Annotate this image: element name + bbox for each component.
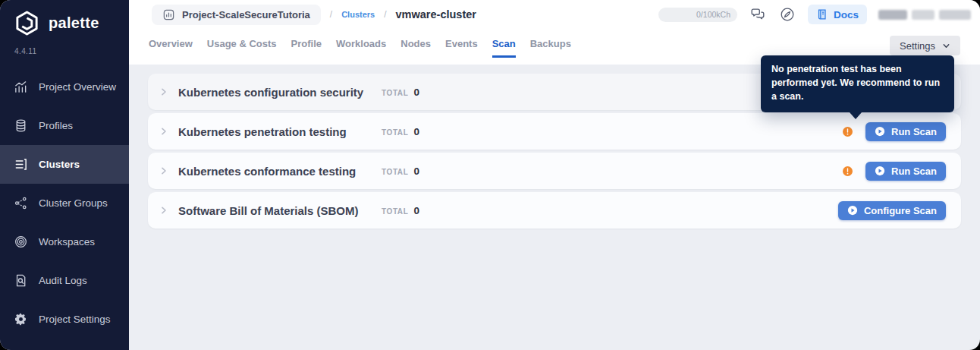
- settings-dropdown-button[interactable]: Settings: [890, 36, 960, 55]
- warning-icon: [843, 127, 853, 137]
- sidebar: palette 4.4.11 Project OverviewProfilesC…: [0, 0, 129, 350]
- version-label: 4.4.11: [14, 47, 36, 55]
- cluster-list-icon: [14, 157, 28, 172]
- network-icon: [14, 196, 28, 210]
- scan-row-title: Kubernetes penetration testing: [178, 125, 382, 138]
- scan-row[interactable]: Kubernetes penetration testingTOTAL0Run …: [148, 113, 961, 150]
- scan-row-title: Kubernetes configuration security: [178, 86, 382, 99]
- sidebar-item-audit-logs[interactable]: Audit Logs: [0, 261, 129, 300]
- layers-icon: [14, 118, 28, 133]
- breadcrumb-separator: /: [384, 9, 386, 20]
- chevron-right-icon[interactable]: [159, 127, 168, 136]
- total-label: TOTAL: [382, 89, 408, 97]
- total-label: TOTAL: [382, 207, 408, 216]
- breadcrumb-clusters-link[interactable]: Clusters: [341, 10, 375, 19]
- redacted-block: [878, 10, 907, 20]
- project-chart-icon: [162, 8, 175, 21]
- scan-row-actions: Run Scan: [843, 122, 946, 141]
- chevron-right-icon[interactable]: [159, 206, 168, 215]
- scan-button-label: Configure Scan: [864, 205, 937, 216]
- total-label: TOTAL: [382, 168, 408, 176]
- docs-button-label: Docs: [834, 9, 859, 20]
- sidebar-item-label: Project Overview: [39, 81, 116, 93]
- scan-row[interactable]: Software Bill of Materials (SBOM)TOTAL0C…: [148, 192, 961, 229]
- total-value: 0: [413, 87, 419, 98]
- usage-meter-label: 0/100kCh: [696, 10, 730, 19]
- sidebar-item-cluster-groups[interactable]: Cluster Groups: [0, 184, 129, 222]
- run-scan-button[interactable]: Run Scan: [865, 162, 946, 181]
- play-icon: [875, 166, 885, 176]
- palette-logo-text: palette: [49, 14, 99, 32]
- chart-bars-icon: [14, 80, 28, 94]
- breadcrumb-current-cluster: vmware-cluster: [396, 8, 476, 20]
- docs-button[interactable]: Docs: [808, 5, 867, 24]
- redacted-block: [912, 10, 934, 20]
- cluster-tabs: OverviewUsage & CostsProfileWorkloadsNod…: [149, 38, 571, 58]
- sidebar-item-label: Cluster Groups: [39, 197, 108, 209]
- sidebar-item-label: Clusters: [39, 159, 80, 170]
- scan-row-title: Kubernetes conformance testing: [178, 165, 382, 178]
- configure-scan-button[interactable]: Configure Scan: [838, 201, 946, 220]
- scan-button-label: Run Scan: [891, 166, 937, 177]
- tab-usage-costs[interactable]: Usage & Costs: [207, 38, 277, 58]
- total-value: 0: [413, 166, 419, 177]
- tab-scan[interactable]: Scan: [492, 38, 516, 58]
- tab-profile[interactable]: Profile: [291, 38, 322, 58]
- chevron-right-icon[interactable]: [159, 166, 168, 175]
- chevron-down-icon: [942, 42, 950, 50]
- scan-button-label: Run Scan: [891, 126, 937, 137]
- sidebar-item-project-settings[interactable]: Project Settings: [0, 300, 129, 339]
- play-icon: [875, 126, 885, 137]
- settings-button-label: Settings: [900, 40, 935, 52]
- sidebar-nav: Project OverviewProfilesClustersCluster …: [0, 68, 129, 339]
- total-label: TOTAL: [382, 128, 408, 137]
- usage-meter-pill: 0/100kCh: [658, 8, 737, 22]
- sidebar-item-label: Audit Logs: [39, 275, 87, 286]
- sidebar-item-label: Project Settings: [39, 314, 111, 325]
- tab-nodes[interactable]: Nodes: [400, 38, 431, 58]
- app-window: Project-ScaleSecureTutoria / Clusters / …: [0, 0, 980, 350]
- total: TOTAL0: [382, 205, 419, 216]
- warning-icon: [843, 166, 853, 176]
- tooltip-text: No penetration test has been performed y…: [771, 64, 940, 102]
- tab-events[interactable]: Events: [445, 38, 478, 58]
- run-scan-button[interactable]: Run Scan: [865, 122, 946, 141]
- palette-logo[interactable]: palette: [14, 10, 99, 36]
- sidebar-item-clusters[interactable]: Clusters: [0, 145, 129, 184]
- palette-logo-icon: [14, 10, 40, 36]
- top-right-actions: 0/100kCh Docs: [658, 0, 971, 29]
- redacted-account-info: [878, 10, 971, 20]
- sidebar-item-workspaces[interactable]: Workspaces: [0, 222, 129, 261]
- tab-overview[interactable]: Overview: [149, 38, 193, 58]
- sidebar-item-profiles[interactable]: Profiles: [0, 106, 129, 145]
- breadcrumb-project-label: Project-ScaleSecureTutoria: [182, 9, 310, 20]
- breadcrumb-project-pill[interactable]: Project-ScaleSecureTutoria: [152, 5, 321, 25]
- tab-backups[interactable]: Backups: [530, 38, 571, 58]
- penetration-test-tooltip: No penetration test has been performed y…: [761, 55, 954, 112]
- total-value: 0: [413, 126, 419, 137]
- total: TOTAL0: [382, 126, 419, 137]
- chevron-right-icon[interactable]: [159, 87, 168, 96]
- compass-icon[interactable]: [778, 5, 796, 24]
- scan-row-actions: Run Scan: [843, 162, 946, 181]
- audit-doc-icon: [14, 273, 28, 288]
- scan-row[interactable]: Kubernetes conformance testingTOTAL0Run …: [148, 153, 961, 189]
- gear-icon: [14, 312, 28, 326]
- redacted-block: [939, 10, 971, 20]
- chat-icon[interactable]: [749, 5, 767, 24]
- breadcrumb: Project-ScaleSecureTutoria / Clusters / …: [152, 0, 476, 29]
- tooltip-arrow: [850, 112, 862, 119]
- total-value: 0: [413, 205, 419, 216]
- play-icon: [847, 205, 858, 216]
- tab-workloads[interactable]: Workloads: [336, 38, 386, 58]
- sidebar-item-project-overview[interactable]: Project Overview: [0, 68, 129, 106]
- total: TOTAL0: [382, 87, 419, 98]
- total: TOTAL0: [382, 166, 419, 177]
- scan-row-title: Software Bill of Materials (SBOM): [178, 204, 382, 217]
- scan-row-actions: Configure Scan: [838, 201, 946, 220]
- breadcrumb-separator: /: [330, 9, 332, 20]
- sidebar-item-label: Workspaces: [39, 236, 95, 248]
- target-icon: [14, 235, 28, 249]
- book-icon: [816, 8, 828, 20]
- sidebar-item-label: Profiles: [39, 120, 73, 131]
